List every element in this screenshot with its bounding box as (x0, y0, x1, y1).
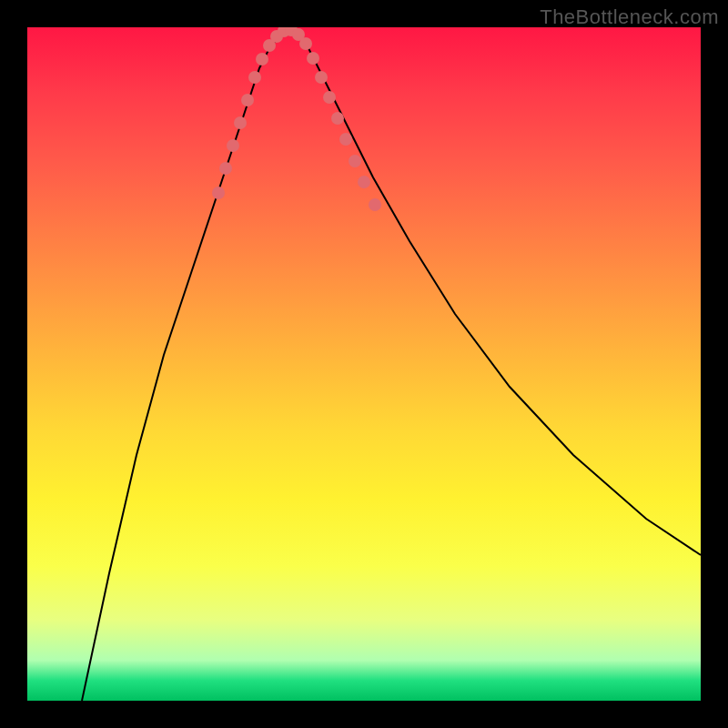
curve-svg (27, 27, 701, 701)
data-marker (323, 91, 336, 104)
watermark-text: TheBottleneck.com (540, 5, 719, 29)
plot-area (27, 27, 701, 701)
chart-container: TheBottleneck.com (0, 0, 728, 728)
bottleneck-curve (82, 29, 701, 701)
data-marker (256, 53, 268, 66)
data-marker (307, 52, 319, 65)
data-marker (358, 176, 370, 188)
data-marker (299, 37, 312, 50)
data-marker (339, 133, 352, 146)
data-marker (219, 162, 232, 175)
data-marker (212, 187, 225, 199)
data-marker (227, 139, 239, 152)
data-marker (369, 198, 381, 211)
data-marker (349, 155, 361, 167)
data-markers (212, 27, 381, 211)
curve-path (82, 29, 701, 701)
data-marker (234, 116, 247, 129)
data-marker (248, 71, 261, 84)
data-marker (331, 112, 344, 125)
data-marker (241, 94, 254, 106)
data-marker (315, 71, 328, 84)
